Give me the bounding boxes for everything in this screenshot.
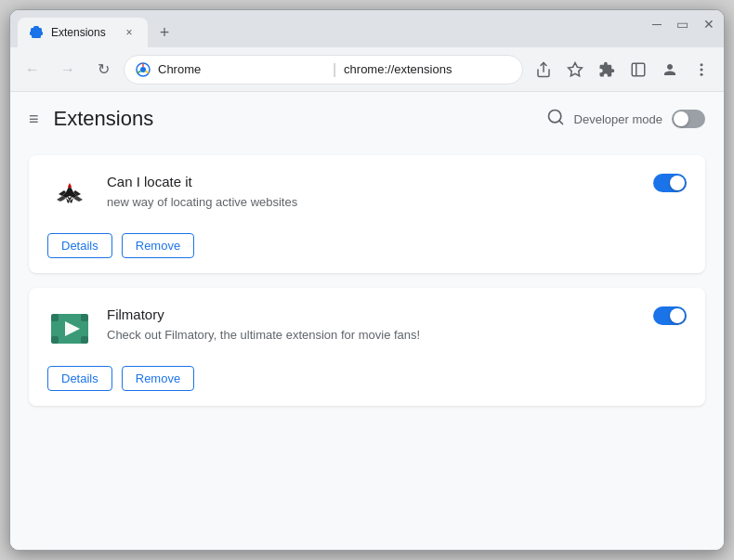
- extension-card-top: Can I locate it new way of locating acti…: [47, 174, 687, 218]
- profile-button[interactable]: [655, 55, 685, 85]
- extension-card: Can I locate it new way of locating acti…: [29, 155, 705, 273]
- chrome-label: Chrome: [158, 62, 325, 76]
- extension-toggle[interactable]: [653, 306, 687, 329]
- address-divider: |: [333, 61, 336, 78]
- remove-button[interactable]: Remove: [122, 233, 194, 258]
- extension-enable-toggle[interactable]: [653, 306, 687, 325]
- nav-right-icons: [529, 55, 716, 85]
- forward-button[interactable]: →: [53, 55, 83, 85]
- toggle-knob: [670, 176, 685, 190]
- back-icon: ←: [25, 61, 40, 78]
- reload-button[interactable]: ↻: [88, 55, 118, 85]
- toggle-knob: [674, 111, 688, 126]
- toggle-knob: [670, 308, 685, 323]
- extensions-header: ≡ Extensions Developer mode: [10, 92, 724, 146]
- browser-window: Extensions × + ─ ▭ ✕ ← → ↻: [9, 9, 725, 551]
- svg-rect-17: [51, 336, 59, 344]
- extension-actions: Details Remove: [47, 366, 687, 391]
- extensions-list: Can I locate it new way of locating acti…: [10, 146, 724, 415]
- address-bar[interactable]: Chrome | chrome://extensions: [124, 55, 523, 85]
- restore-icon[interactable]: ▭: [676, 18, 688, 31]
- svg-rect-18: [81, 314, 88, 321]
- svg-rect-7: [632, 63, 645, 76]
- minimize-icon[interactable]: ─: [652, 18, 662, 31]
- svg-marker-6: [569, 62, 583, 75]
- hamburger-menu-button[interactable]: ≡: [29, 110, 39, 129]
- remove-button[interactable]: Remove: [122, 366, 194, 391]
- extension-description: Check out Filmatory, the ultimate extens…: [107, 326, 687, 345]
- title-bar: Extensions × + ─ ▭ ✕: [10, 10, 724, 47]
- extension-enable-toggle[interactable]: [653, 174, 687, 192]
- svg-rect-19: [81, 336, 88, 344]
- svg-line-3: [146, 71, 149, 72]
- extension-card: Filmatory Check out Filmatory, the ultim…: [29, 288, 705, 406]
- extension-info: Can I locate it new way of locating acti…: [107, 174, 687, 212]
- extension-name: Filmatory: [107, 306, 687, 322]
- tab-favicon: [29, 25, 44, 40]
- tab-strip: Extensions × +: [18, 18, 716, 47]
- extension-card-top: Filmatory Check out Filmatory, the ultim…: [47, 306, 687, 351]
- share-button[interactable]: [529, 55, 558, 85]
- extension-name: Can I locate it: [107, 174, 687, 189]
- chrome-icon: [136, 62, 151, 77]
- extensions-button[interactable]: [592, 55, 622, 85]
- window-controls: ─ ▭ ✕: [652, 18, 714, 31]
- new-tab-button[interactable]: +: [151, 20, 177, 46]
- details-button[interactable]: Details: [47, 233, 112, 258]
- svg-point-9: [701, 63, 703, 66]
- more-button[interactable]: [687, 55, 716, 85]
- dev-mode-label: Developer mode: [574, 112, 662, 126]
- page-title: Extensions: [54, 107, 546, 131]
- page-content: ≡ Extensions Developer mode: [10, 92, 724, 550]
- address-url: chrome://extensions: [344, 62, 511, 76]
- svg-point-11: [701, 72, 703, 75]
- svg-line-4: [138, 71, 140, 72]
- bookmark-button[interactable]: [560, 55, 590, 85]
- dev-mode-area: Developer mode: [546, 108, 705, 131]
- forward-icon: →: [60, 61, 75, 78]
- svg-point-10: [701, 68, 703, 71]
- sidebar-button[interactable]: [623, 55, 653, 85]
- extension-icon: [47, 174, 92, 218]
- details-button[interactable]: Details: [47, 366, 112, 391]
- extension-actions: Details Remove: [47, 233, 687, 258]
- search-button[interactable]: [546, 108, 565, 131]
- extension-icon: [47, 306, 92, 351]
- svg-point-1: [140, 67, 146, 72]
- tab-close-button[interactable]: ×: [122, 25, 137, 40]
- extension-toggle[interactable]: [653, 174, 687, 196]
- extension-description: new way of locating active websites: [107, 193, 687, 212]
- back-button[interactable]: ←: [18, 55, 47, 85]
- close-icon[interactable]: ✕: [703, 18, 714, 31]
- tab-title: Extensions: [51, 26, 114, 39]
- developer-mode-toggle[interactable]: [672, 110, 705, 128]
- svg-line-13: [558, 120, 562, 124]
- active-tab[interactable]: Extensions ×: [18, 18, 148, 47]
- reload-icon: ↻: [98, 60, 110, 78]
- extension-info: Filmatory Check out Filmatory, the ultim…: [107, 306, 687, 345]
- svg-rect-16: [51, 314, 59, 321]
- nav-bar: ← → ↻ Chrome | chrome://extensions: [10, 47, 724, 92]
